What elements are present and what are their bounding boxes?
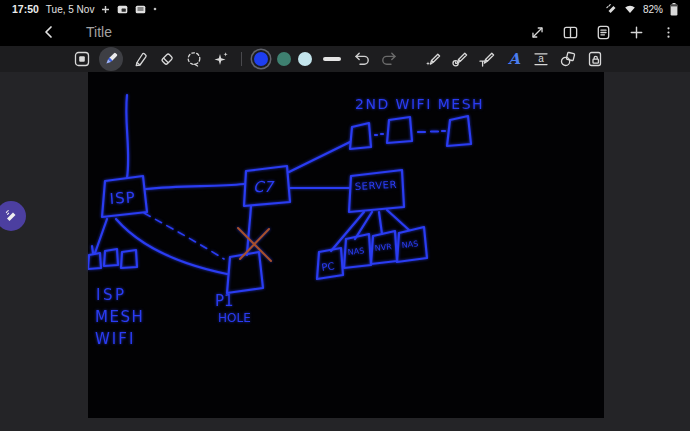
sketch-curve-isp-pihole bbox=[116, 219, 227, 274]
label-server: SERVER bbox=[355, 179, 398, 192]
label-isp-mesh-line1: ISP bbox=[96, 286, 127, 304]
color-swatch-teal[interactable] bbox=[277, 52, 291, 66]
sketch-mesh-dashes bbox=[375, 131, 445, 135]
note-page[interactable]: 2ND WIFI MESH ISP C7 SERVER PC NAS NVR N… bbox=[88, 72, 604, 418]
label-nas1: NAS bbox=[347, 246, 364, 257]
battery-percent: 82% bbox=[643, 4, 663, 15]
sketch-mesh-node-1 bbox=[350, 123, 371, 149]
more-menu-icon[interactable] bbox=[661, 24, 676, 41]
color-swatch-pale-blue[interactable] bbox=[298, 52, 312, 66]
pen-icon[interactable] bbox=[99, 47, 123, 71]
color-swatch-blue[interactable] bbox=[254, 52, 268, 66]
sketch-link-c7-mesh bbox=[289, 142, 350, 172]
sketch-isp-mesh-node-2 bbox=[104, 249, 118, 266]
label-isp-mesh-line3: WIFI bbox=[95, 330, 135, 348]
sketch-isp-uplink bbox=[126, 95, 128, 178]
sketch-pihole-box bbox=[227, 252, 263, 293]
label-c7: C7 bbox=[253, 178, 274, 196]
sketch-mesh-node-3 bbox=[447, 116, 471, 146]
undo-icon[interactable] bbox=[352, 49, 372, 69]
label-nvr: NVR bbox=[374, 242, 392, 253]
sketch-dashed-isp-pihole bbox=[144, 213, 224, 259]
label-pc: PC bbox=[321, 260, 335, 273]
redo-icon[interactable] bbox=[379, 49, 399, 69]
label-isp-mesh-line2: MESH bbox=[95, 308, 144, 326]
letter-a-icon[interactable]: A bbox=[504, 49, 524, 69]
stroke-width-icon[interactable] bbox=[323, 57, 341, 61]
sketch-mesh-node-2 bbox=[387, 117, 412, 143]
status-left: 17:50 Tue, 5 Nov bbox=[12, 3, 157, 15]
title-bar-actions bbox=[529, 24, 676, 41]
label-isp: ISP bbox=[109, 188, 136, 208]
back-button[interactable] bbox=[40, 23, 58, 41]
picture-notification-icon bbox=[117, 5, 128, 14]
pin-icon bbox=[101, 5, 110, 14]
label-pihole-line1: P1 bbox=[215, 292, 234, 310]
pen-clock-icon[interactable] bbox=[450, 49, 470, 69]
add-page-icon[interactable] bbox=[628, 24, 645, 41]
status-date: Tue, 5 Nov bbox=[46, 4, 95, 15]
fullscreen-icon[interactable] bbox=[529, 24, 546, 41]
toolbar-separator bbox=[241, 52, 242, 66]
tablet-screen: 17:50 Tue, 5 Nov 82% bbox=[0, 0, 690, 431]
highlighter-icon[interactable] bbox=[130, 49, 150, 69]
eraser-icon[interactable] bbox=[157, 49, 177, 69]
clock: 17:50 bbox=[12, 3, 39, 15]
drawing-toolbar: A a bbox=[0, 46, 690, 72]
lasso-icon[interactable] bbox=[184, 49, 204, 69]
label-nas2: NAS bbox=[401, 239, 418, 250]
pen-text-icon[interactable] bbox=[477, 49, 497, 69]
title-bar: Title bbox=[0, 18, 690, 46]
page-view-icon[interactable] bbox=[562, 24, 579, 41]
text-format-icon[interactable]: a bbox=[531, 49, 551, 69]
battery-icon bbox=[670, 3, 678, 16]
note-title[interactable]: Title bbox=[86, 24, 112, 40]
status-bar: 17:50 Tue, 5 Nov 82% bbox=[0, 0, 690, 18]
label-mesh-title: 2ND WIFI MESH bbox=[355, 96, 484, 112]
drawing-canvas[interactable]: 2ND WIFI MESH ISP C7 SERVER PC NAS NVR N… bbox=[88, 72, 604, 418]
sketch-blocked-cross bbox=[238, 228, 271, 261]
sketch-isp-downlink bbox=[92, 219, 107, 253]
sketch-link-isp-c7 bbox=[146, 184, 244, 189]
s-pen-air-button[interactable] bbox=[0, 201, 26, 231]
letter-a-glyph: A bbox=[507, 50, 521, 68]
label-pihole-line2: HOLE bbox=[218, 311, 251, 325]
frame-icon[interactable] bbox=[72, 49, 92, 69]
sketch-isp-mesh-node-3 bbox=[121, 250, 137, 268]
page-lock-icon[interactable] bbox=[585, 49, 605, 69]
sketch-isp-mesh-node-1 bbox=[88, 253, 101, 269]
letter-a-small-glyph: a bbox=[538, 53, 544, 64]
note-list-icon[interactable] bbox=[595, 24, 612, 41]
more-notifications-dot bbox=[153, 7, 157, 11]
status-right: 82% bbox=[606, 3, 678, 16]
workspace: 2ND WIFI MESH ISP C7 SERVER PC NAS NVR N… bbox=[0, 72, 690, 431]
shapes-icon[interactable] bbox=[558, 49, 578, 69]
wifi-icon bbox=[624, 4, 636, 14]
app-notification-icon bbox=[135, 5, 146, 14]
pen-star-icon[interactable] bbox=[423, 49, 443, 69]
sparkle-pens-icon[interactable] bbox=[211, 49, 231, 69]
s-pen-connected-icon bbox=[606, 4, 617, 15]
